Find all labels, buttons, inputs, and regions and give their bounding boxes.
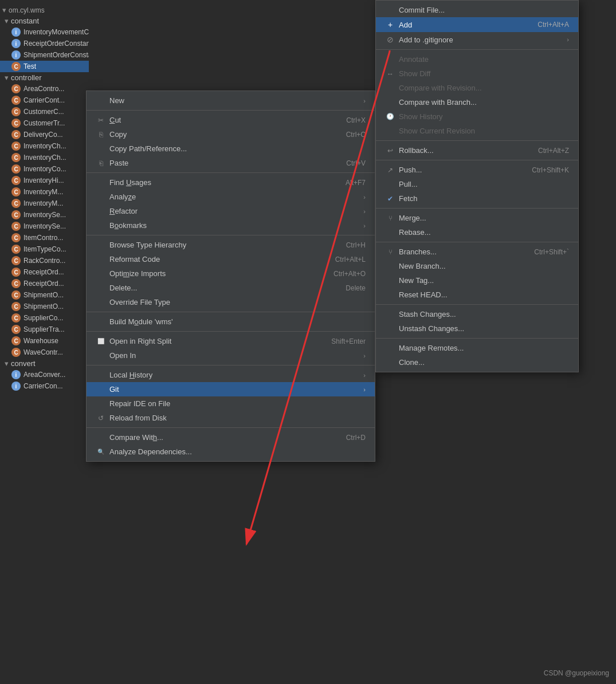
menu-item-annotate[interactable]: Annotate [376, 52, 578, 66]
shortcut-label: Ctrl+C [346, 131, 366, 139]
class-icon-c: C [11, 141, 21, 151]
menu-item-reload-from-disk[interactable]: ↺ Reload from Disk [87, 411, 375, 425]
list-item[interactable]: i ReceiptOrderConstant [0, 38, 89, 49]
menu-item-label: Compare with Branch... [399, 98, 569, 107]
menu-item-reset-head[interactable]: Reset HEAD... [376, 288, 578, 302]
menu-item-show-history[interactable]: 🕐 Show History [376, 109, 578, 124]
menu-item-label: Override File Type [109, 298, 366, 306]
list-item[interactable]: CCarrierCont... [0, 95, 89, 106]
context-menu-right[interactable]: Commit File... + Add Ctrl+Alt+A ⊘ Add to… [375, 0, 579, 372]
list-item[interactable]: CWarehouse [0, 335, 89, 347]
menu-item-refactor[interactable]: Refactor › [87, 204, 375, 218]
list-item[interactable]: i ShipmentOrderConstant [0, 49, 89, 61]
list-item[interactable]: CInventoryCh... [0, 140, 89, 152]
menu-item-label: Local History [109, 371, 359, 379]
submenu-arrow: › [363, 386, 366, 393]
menu-item-override-file-type[interactable]: Override File Type [87, 295, 375, 309]
menu-item-analyze-deps[interactable]: 🔍 Analyze Dependencies... [87, 445, 375, 459]
menu-item-unstash-changes[interactable]: Unstash Changes... [376, 321, 578, 336]
menu-item-label: Pull... [399, 180, 569, 188]
menu-item-local-history[interactable]: Local History › [87, 368, 375, 382]
menu-item-label: Copy [109, 130, 335, 139]
list-item[interactable]: CWaveContr... [0, 347, 89, 358]
class-icon-c: C [11, 153, 21, 162]
folder-constant[interactable]: ▾ constant [0, 15, 89, 26]
menu-item-push[interactable]: ↗ Push... Ctrl+Shift+K [376, 163, 578, 177]
folder-controller[interactable]: ▾ controller [0, 72, 89, 83]
menu-item-label: Git [109, 385, 359, 394]
menu-item-compare-branch[interactable]: Compare with Branch... [376, 95, 578, 109]
list-item[interactable]: CAreaContro... [0, 83, 89, 95]
list-item[interactable]: CCustomerTr... [0, 117, 89, 129]
menu-item-clone[interactable]: Clone... [376, 355, 578, 369]
menu-item-fetch[interactable]: ✔ Fetch [376, 191, 578, 206]
menu-item-new[interactable]: New › [87, 93, 375, 108]
list-item[interactable]: CItemContro... [0, 232, 89, 243]
menu-item-find-usages[interactable]: Find Usages Alt+F7 [87, 175, 375, 190]
shortcut-label: Ctrl+H [346, 241, 366, 249]
menu-item-add[interactable]: + Add Ctrl+Alt+A [376, 17, 578, 32]
folder-convert[interactable]: ▾ convert [0, 358, 89, 369]
menu-item-cut[interactable]: ✂ Cut Ctrl+X [87, 113, 375, 127]
menu-item-browse-type-hierarchy[interactable]: Browse Type Hierarchy Ctrl+H [87, 238, 375, 252]
menu-item-commit-file[interactable]: Commit File... [376, 3, 578, 17]
menu-item-label: Add [399, 21, 526, 29]
menu-item-add-gitignore[interactable]: ⊘ Add to .gitignore › [376, 32, 578, 47]
list-item[interactable]: i InventoryMovementConstant [0, 26, 89, 38]
menu-item-open-in[interactable]: Open In › [87, 348, 375, 363]
class-icon-c: C [11, 256, 21, 265]
menu-item-copy[interactable]: ⎘ Copy Ctrl+C [87, 127, 375, 141]
list-item[interactable]: CInventorySe... [0, 209, 89, 221]
menu-item-show-diff[interactable]: ↔ Show Diff [376, 66, 578, 81]
menu-item-build-module[interactable]: Build Module 'wms' [87, 315, 375, 329]
menu-item-label: Reload from Disk [109, 414, 366, 422]
list-item[interactable]: CInventoryM... [0, 186, 89, 198]
menu-item-manage-remotes[interactable]: Manage Remotes... [376, 341, 578, 355]
menu-item-copy-path[interactable]: Copy Path/Reference... [87, 141, 375, 156]
cut-icon: ✂ [96, 116, 106, 124]
item-label: ShipmentO... [23, 302, 64, 310]
list-item[interactable]: CDeliveryCo... [0, 129, 89, 140]
list-item[interactable]: CReceiptOrd... [0, 266, 89, 278]
menu-item-repair-ide[interactable]: Repair IDE on File [87, 396, 375, 411]
list-item[interactable]: CInventoryCo... [0, 163, 89, 175]
item-label: InventoryCo... [23, 165, 66, 173]
list-item[interactable]: CInventorySe... [0, 221, 89, 232]
item-label: SupplierCo... [23, 314, 63, 322]
list-item[interactable]: CInventoryHi... [0, 175, 89, 186]
menu-item-show-current-revision[interactable]: Show Current Revision [376, 124, 578, 138]
list-item[interactable]: CItemTypeCo... [0, 243, 89, 255]
menu-item-new-tag[interactable]: New Tag... [376, 273, 578, 288]
menu-item-stash-changes[interactable]: Stash Changes... [376, 307, 578, 321]
menu-item-compare-with[interactable]: Compare With... Ctrl+D [87, 430, 375, 445]
menu-item-merge[interactable]: ⑂ Merge... [376, 211, 578, 225]
menu-item-compare-revision[interactable]: Compare with Revision... [376, 81, 578, 95]
menu-item-paste[interactable]: ⎗ Paste Ctrl+V [87, 156, 375, 170]
menu-item-rollback[interactable]: ↩ Rollback... Ctrl+Alt+Z [376, 143, 578, 158]
list-item[interactable]: CShipmentO... [0, 301, 89, 312]
list-item[interactable]: CInventoryCh... [0, 152, 89, 163]
list-item[interactable]: iCarrierCon... [0, 380, 89, 392]
list-item[interactable]: CRackContro... [0, 255, 89, 266]
watermark: CSDN @guopeixiong [544, 669, 609, 677]
menu-item-new-branch[interactable]: New Branch... [376, 259, 578, 273]
menu-item-bookmarks[interactable]: Bookmarks › [87, 218, 375, 233]
menu-item-delete[interactable]: Delete... Delete [87, 281, 375, 295]
menu-item-optimize-imports[interactable]: Optimize Imports Ctrl+Alt+O [87, 266, 375, 281]
list-item-selected[interactable]: C Test [0, 61, 89, 72]
list-item[interactable]: CCustomerC... [0, 106, 89, 117]
list-item[interactable]: CShipmentO... [0, 289, 89, 301]
list-item[interactable]: CReceiptOrd... [0, 278, 89, 289]
list-item[interactable]: CInventoryM... [0, 198, 89, 209]
menu-item-analyze[interactable]: Analyze › [87, 190, 375, 204]
menu-item-pull[interactable]: Pull... [376, 177, 578, 191]
menu-item-git[interactable]: Git › [87, 382, 375, 396]
menu-item-reformat-code[interactable]: Reformat Code Ctrl+Alt+L [87, 252, 375, 266]
menu-item-rebase[interactable]: Rebase... [376, 225, 578, 239]
list-item[interactable]: CSupplierCo... [0, 312, 89, 324]
list-item[interactable]: CSupplierTra... [0, 324, 89, 335]
menu-item-open-right-split[interactable]: ⬜ Open in Right Split Shift+Enter [87, 334, 375, 348]
context-menu-left[interactable]: New › ✂ Cut Ctrl+X ⎘ Copy Ctrl+C Copy Pa… [86, 91, 375, 462]
list-item[interactable]: iAreaConver... [0, 369, 89, 380]
menu-item-branches[interactable]: ⑂ Branches... Ctrl+Shift+` [376, 245, 578, 259]
